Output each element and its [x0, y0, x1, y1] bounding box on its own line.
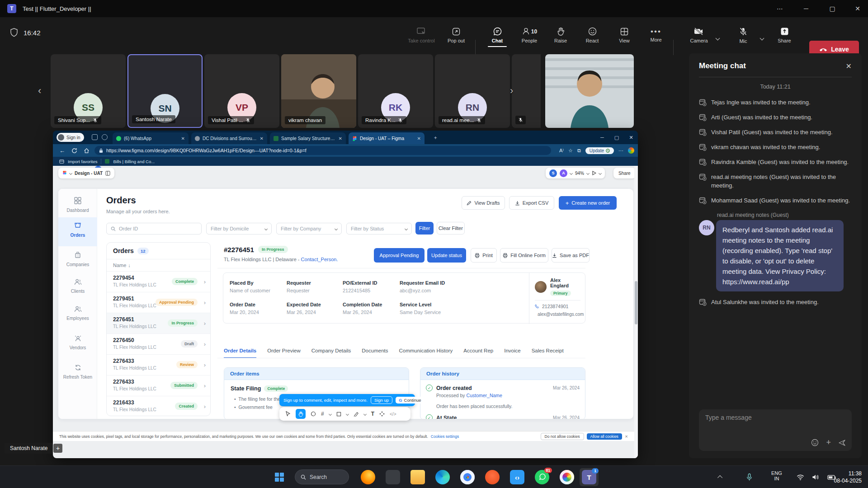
taskbar-clock[interactable]: 11:38 08-04-2025 [834, 470, 862, 484]
refresh-icon[interactable] [71, 148, 77, 154]
chat-input-box[interactable]: + [699, 409, 852, 451]
tray-mic-icon[interactable] [746, 466, 753, 488]
firefox-icon[interactable] [361, 470, 375, 484]
address-bar[interactable]: https://www.figma.com/design/9BKQ0FOHRWa… [94, 146, 551, 155]
print-button[interactable]: Print [471, 248, 497, 263]
copilot-icon[interactable] [628, 147, 634, 154]
mic-options-chevron[interactable] [760, 33, 764, 42]
google-continue-button[interactable]: G Continue [396, 397, 424, 404]
participant-tile[interactable]: VP Vishal Patil ... [204, 54, 279, 128]
collaborators-chevron[interactable] [570, 171, 573, 174]
tab-account-rep[interactable]: Account Rep [463, 348, 493, 358]
tab-close-icon[interactable]: ✕ [260, 136, 264, 141]
participant-tile[interactable]: SS Shivani Sup... [51, 54, 126, 128]
allow-cookies-button[interactable]: Allow all cookies [587, 433, 622, 440]
update-status-button[interactable]: Update status [427, 248, 466, 263]
window-more-icon[interactable]: ⋯ [769, 0, 790, 17]
order-id-input[interactable] [119, 226, 191, 231]
customer-name-link[interactable]: Customer_Name [467, 393, 502, 398]
chat-button[interactable]: Chat [480, 23, 514, 48]
emoji-icon[interactable] [811, 439, 819, 446]
mic-button[interactable]: Mic [726, 23, 760, 48]
strip-scroll-left-icon[interactable]: ‹ [38, 85, 41, 97]
text-tool-icon[interactable]: T [371, 411, 374, 417]
canvas-scrollbar[interactable] [634, 166, 638, 458]
order-row[interactable]: 2216433TL Flex Holdings LLC Created› [107, 396, 210, 416]
cursor-tool-icon[interactable] [285, 411, 291, 417]
app-icon-colorful[interactable] [560, 470, 574, 484]
order-row-selected[interactable]: 2276451TL Flex Holdings LLC In Progress› [107, 313, 210, 334]
tray-language[interactable]: ENG IN [771, 466, 782, 488]
presenter-add-icon[interactable]: + [53, 444, 62, 453]
rectangle-tool-icon[interactable] [336, 412, 341, 417]
camera-button[interactable]: Camera [682, 23, 716, 48]
cookie-close-icon[interactable]: ✕ [625, 434, 628, 439]
teams-icon[interactable]: T 1 [582, 470, 596, 484]
save-as-pdf-button[interactable]: Save as PDF [552, 248, 590, 263]
export-csv-button[interactable]: Export CSV [509, 196, 554, 210]
zoom-chevron[interactable] [586, 171, 590, 174]
sidebar-item-clients[interactable]: Clients [58, 278, 97, 294]
home-icon[interactable] [84, 148, 90, 154]
hand-tool-icon[interactable] [296, 409, 306, 419]
participant-tile-partial[interactable] [512, 54, 541, 128]
shape-tool-icon[interactable] [311, 411, 316, 417]
collections-icon[interactable]: ⧉ [577, 148, 581, 154]
pen-tool-icon[interactable] [354, 411, 359, 417]
sidebar-item-vendors[interactable]: Vendors [58, 335, 97, 350]
frame-tool-icon[interactable]: # [321, 411, 324, 417]
tab-order-preview[interactable]: Order Preview [267, 348, 301, 358]
sidebar-item-dashboard[interactable]: Dashboard [58, 197, 97, 213]
figma-share-button[interactable]: Share [613, 168, 636, 178]
more-button[interactable]: ••• More [639, 23, 673, 48]
chat-close-icon[interactable]: ✕ [846, 62, 852, 70]
tab-invoice[interactable]: Invoice [504, 348, 520, 358]
component-tool-icon[interactable] [379, 411, 385, 417]
sort-down-icon[interactable]: ↓ [128, 263, 131, 268]
participant-tile[interactable]: RK Ravindra K... [358, 54, 433, 128]
dev-mode-icon[interactable]: </> [390, 412, 396, 417]
tab-documents[interactable]: Documents [362, 348, 388, 358]
company-filter-select[interactable]: Filter by Company [276, 223, 342, 235]
participant-tile-video[interactable]: vikram chavan [281, 54, 356, 128]
name-column-header[interactable]: Name [113, 263, 126, 268]
edge-icon[interactable] [435, 470, 450, 484]
tab-order-details[interactable]: Order Details [224, 348, 256, 358]
new-tab-icon[interactable]: ＋ [431, 131, 440, 144]
favorite-star-icon[interactable]: ☆ [568, 148, 573, 154]
participant-tile-speaking[interactable]: SN Santosh Narate [127, 54, 203, 128]
browser-maximize-icon[interactable]: ▢ [610, 131, 623, 144]
browser-close-icon[interactable]: ✕ [624, 131, 638, 144]
app-icon[interactable] [386, 470, 400, 484]
tab-communication-history[interactable]: Communication History [399, 348, 453, 358]
order-row[interactable]: 2276450TL Flex Holdings LLC Draft› [107, 334, 210, 355]
approval-pending-button[interactable]: Approval Pending [374, 248, 425, 263]
play-icon[interactable] [592, 171, 596, 175]
read-aloud-icon[interactable]: A⁾ [559, 148, 564, 154]
view-button[interactable]: View [607, 23, 642, 48]
order-id-search[interactable] [106, 223, 202, 235]
browser-update-button[interactable]: Update [585, 147, 614, 154]
browser-minimize-icon[interactable]: ─ [595, 131, 609, 144]
people-button[interactable]: 10 People [512, 23, 547, 48]
start-button[interactable] [275, 473, 284, 482]
browser-tab[interactable]: (6) WhatsApp ✕ [113, 132, 189, 144]
create-new-order-button[interactable]: + Create new order [559, 196, 617, 210]
tab-search-icon[interactable] [102, 134, 108, 140]
browser-tab-active[interactable]: Design - UAT – Figma ✕ [349, 132, 425, 144]
tray-chevron-up-icon[interactable] [719, 466, 722, 488]
back-icon[interactable]: ← [59, 147, 65, 154]
sidebar-item-refresh-token[interactable]: Refresh Token [58, 364, 97, 380]
workspaces-icon[interactable] [92, 134, 98, 140]
tab-close-icon[interactable]: ✕ [181, 136, 185, 141]
tab-close-icon[interactable]: ✕ [417, 136, 421, 141]
collaborator-avatar[interactable]: A [560, 169, 567, 177]
status-filter-select[interactable]: Filter by Status [346, 223, 412, 235]
file-explorer-icon[interactable] [410, 470, 425, 484]
collaborator-avatar[interactable]: S [549, 169, 557, 177]
raise-hand-button[interactable]: Raise [543, 23, 578, 48]
play-chevron[interactable] [599, 171, 602, 174]
order-row[interactable]: 2276433TL Flex Holdings LLC Submitted› [107, 375, 210, 396]
browser-signin-button[interactable]: Sign in [57, 133, 84, 142]
figma-signup-button[interactable]: Sign up [371, 396, 392, 404]
